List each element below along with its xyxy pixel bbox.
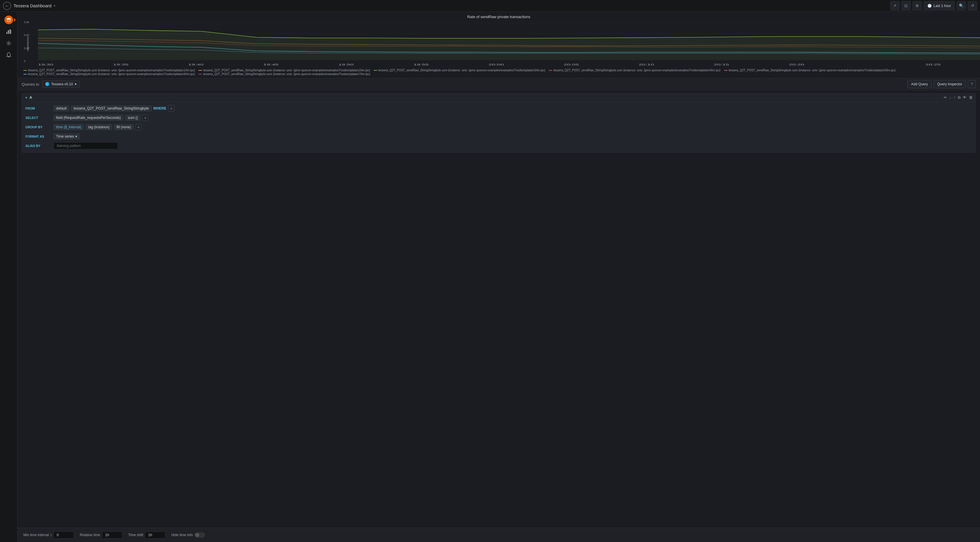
query-inspector-button[interactable]: Query Inspector xyxy=(934,80,966,88)
eye-icon[interactable]: 👁 xyxy=(963,95,967,100)
legend-item-6: tessera_Q2T_POST_sendRaw_StringStringbyt… xyxy=(23,73,195,76)
hide-time-info-label: Hide time info xyxy=(171,533,192,537)
save-button[interactable]: ⊡ xyxy=(901,1,911,11)
nav-right: ↗ ⊡ ⚙ 🕐 Last 1 hour 🔍 ↺ xyxy=(890,1,977,11)
group-by-label: GROUP BY xyxy=(25,126,52,129)
datasource-name: Tessera v0.10 xyxy=(51,82,73,86)
query-block-header: ▼ A ✏ ↓ ↑ ⧉ 👁 🗑 xyxy=(22,94,975,102)
y-tick-3: 0.10 xyxy=(24,47,29,50)
legend-item-2: tessera_Q2T_POST_sendRaw_StringStringbyt… xyxy=(198,69,370,72)
group-by-time[interactable]: time ($_interval) xyxy=(54,124,84,130)
min-time-interval-group: Min time interval ℹ xyxy=(23,531,74,539)
svg-rect-2 xyxy=(8,31,10,34)
where-plus-button[interactable]: + xyxy=(168,105,175,111)
settings-button[interactable]: ⚙ xyxy=(913,1,922,11)
clock-icon: 🕐 xyxy=(928,4,932,8)
alias-input[interactable] xyxy=(54,142,118,149)
bottom-options: Min time interval ℹ Relative time Time s… xyxy=(18,528,980,542)
sidebar xyxy=(0,12,18,542)
time-range-label: Last 1 hour xyxy=(934,4,951,8)
move-down-icon[interactable]: ↓ xyxy=(949,95,951,100)
query-rows: FROM default tessera_Q2T_POST_sendRaw_St… xyxy=(22,102,975,152)
move-up-icon[interactable]: ↑ xyxy=(954,95,956,100)
y-tick-1: 0.30 xyxy=(24,21,29,24)
query-block-actions: ✏ ↓ ↑ ⧉ 👁 🗑 xyxy=(944,95,973,100)
nav-left: ← Tessera Dashboard ▾ xyxy=(3,2,888,10)
legend-item-3: tessera_Q2T_POST_sendRaw_StringStringbyt… xyxy=(374,69,545,72)
help-button[interactable]: ? xyxy=(968,80,976,88)
svg-text:20:05: 20:05 xyxy=(564,63,579,66)
nav-dropdown-arrow[interactable]: ▾ xyxy=(54,4,55,7)
from-db[interactable]: default xyxy=(54,105,69,111)
min-time-interval-label: Min time interval xyxy=(23,533,49,537)
back-button[interactable]: ← xyxy=(3,2,11,10)
select-field[interactable]: field (RequestRate_requestsPerSeconds) xyxy=(54,115,123,121)
refresh-button[interactable]: ↺ xyxy=(968,1,977,11)
datasource-selector[interactable]: Tessera v0.10 ▾ xyxy=(42,81,80,87)
time-shift-label: Time shift xyxy=(128,533,143,537)
copy-icon[interactable]: ⧉ xyxy=(958,95,961,100)
min-time-interval-info-icon[interactable]: ℹ xyxy=(51,533,52,537)
collapse-arrow[interactable]: ▼ xyxy=(25,96,28,99)
time-shift-input[interactable] xyxy=(145,531,165,539)
format-dropdown-arrow: ▾ xyxy=(75,134,77,138)
sidebar-item-bell[interactable] xyxy=(3,50,14,60)
datasource-icon xyxy=(45,82,49,86)
sidebar-arrow xyxy=(14,18,16,22)
add-query-button[interactable]: Add Query xyxy=(907,80,932,88)
format-value: Time series xyxy=(56,134,74,138)
relative-time-input[interactable] xyxy=(102,531,123,539)
query-bar: Queries to Tessera v0.10 ▾ Add Query Que… xyxy=(18,78,980,90)
search-button[interactable]: 🔍 xyxy=(957,1,966,11)
sidebar-item-chart[interactable] xyxy=(3,26,14,37)
legend-color-7 xyxy=(198,74,202,75)
min-time-interval-input[interactable] xyxy=(54,531,74,539)
query-block-a: ▼ A ✏ ↓ ↑ ⧉ 👁 🗑 FROM default xyxy=(22,93,976,153)
top-nav: ← Tessera Dashboard ▾ ↗ ⊡ ⚙ 🕐 Last 1 hou… xyxy=(0,0,980,12)
from-row: FROM default tessera_Q2T_POST_sendRaw_St… xyxy=(22,104,975,113)
legend-item-7: tessera_Q2T_POST_sendRaw_StringStringbyt… xyxy=(198,73,370,76)
share-button[interactable]: ↗ xyxy=(890,1,900,11)
chart-svg: 19:30 19:35 19:40 19:45 19:50 19:55 20:0… xyxy=(38,21,980,66)
delete-icon[interactable]: 🗑 xyxy=(969,95,973,100)
sidebar-item-datasource[interactable] xyxy=(3,14,14,25)
svg-text:20:00: 20:00 xyxy=(488,63,504,66)
chart-panel: Rate of sendRaw private transactions req… xyxy=(18,12,980,78)
sidebar-item-gear[interactable] xyxy=(3,38,14,49)
format-as-row: FORMAT AS Time series ▾ xyxy=(22,132,975,141)
format-select[interactable]: Time series ▾ xyxy=(54,134,80,139)
svg-text:19:55: 19:55 xyxy=(414,63,429,66)
select-plus-button[interactable]: + xyxy=(142,114,148,121)
format-as-label: FORMAT AS xyxy=(25,135,52,138)
query-bar-actions: Add Query Query Inspector ? xyxy=(907,80,976,88)
query-editor-area: ▼ A ✏ ↓ ↑ ⧉ 👁 🗑 FROM default xyxy=(18,90,980,528)
legend-color-4 xyxy=(549,70,552,71)
chart-title: Rate of sendRaw private transactions xyxy=(23,14,974,19)
select-label: SELECT xyxy=(25,116,52,119)
chart-legend: tessera_Q2T_POST_sendRaw_StringStringbyt… xyxy=(23,69,974,76)
hide-time-info-toggle[interactable] xyxy=(195,532,205,537)
legend-color-2 xyxy=(198,70,202,71)
legend-item-1: tessera_Q2T_POST_sendRaw_StringStringbyt… xyxy=(23,69,195,72)
y-tick-2: 0.20 xyxy=(24,33,29,37)
from-measurement[interactable]: tessera_Q2T_POST_sendRaw_StringStringbyt… xyxy=(71,105,151,111)
svg-text:19:35: 19:35 xyxy=(113,63,129,66)
legend-color-1 xyxy=(23,70,27,71)
edit-icon[interactable]: ✏ xyxy=(944,95,947,100)
legend-color-6 xyxy=(23,74,27,75)
group-by-fill[interactable]: fill (none) xyxy=(114,124,134,130)
legend-item-5: tessera_Q2T_POST_sendRaw_StringStringbyt… xyxy=(724,69,896,72)
select-func[interactable]: sum () xyxy=(125,115,140,121)
from-label: FROM xyxy=(25,106,52,110)
svg-text:19:45: 19:45 xyxy=(263,63,279,66)
svg-marker-10 xyxy=(38,29,980,60)
where-button[interactable]: WHERE xyxy=(153,106,167,110)
time-range-button[interactable]: 🕐 Last 1 hour xyxy=(924,1,955,11)
group-by-plus-button[interactable]: + xyxy=(135,124,142,130)
datasource-icon xyxy=(5,16,13,24)
svg-point-0 xyxy=(7,18,11,19)
select-row: SELECT field (RequestRate_requestsPerSec… xyxy=(22,113,975,122)
group-by-tag[interactable]: tag (instance) xyxy=(86,124,112,130)
svg-text:20:20: 20:20 xyxy=(789,63,804,66)
alias-by-row: ALIAS BY xyxy=(22,141,975,151)
